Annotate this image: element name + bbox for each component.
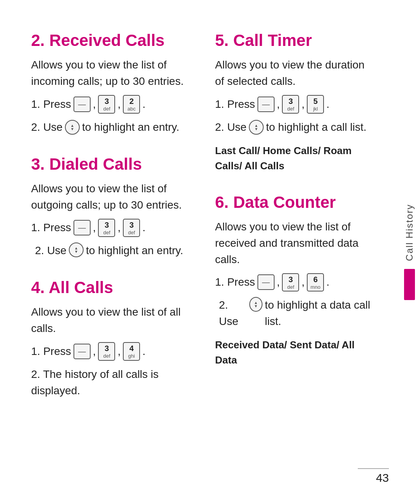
call-key-5: — <box>257 274 275 290</box>
key-3def-1: 3def <box>98 95 115 114</box>
step2-suffix: to highlight a data call list. <box>265 297 376 330</box>
key-3def-3: 3def <box>123 219 140 237</box>
sidebar-bar <box>404 269 415 300</box>
step1-prefix: 1. Press <box>31 343 71 360</box>
call-timer-step1: 1. Press — , 3def , 5jkl . <box>215 95 376 114</box>
received-calls-step1: 1. Press — , 3def , 2abc . <box>31 95 192 114</box>
all-calls-step2: 2. The history of all calls is displayed… <box>31 366 192 399</box>
step2-text: 2. The history of all calls is displayed… <box>31 366 192 399</box>
received-calls-description: Allows you to view the list of incoming … <box>31 57 192 90</box>
key-5jkl: 5jkl <box>307 95 324 114</box>
step1-prefix: 1. Press <box>31 96 71 112</box>
sidebar: Call History <box>399 0 420 504</box>
data-counter-note: Received Data/ Sent Data/ All Data <box>215 337 376 368</box>
key-6mno: 6mno <box>307 273 324 292</box>
page-number: 43 <box>376 471 389 485</box>
dialed-calls-title: 3. Dialed Calls <box>31 155 192 174</box>
nav-icon-4 <box>249 297 262 312</box>
section-received-calls: 2. Received Calls Allows you to view the… <box>31 31 192 135</box>
step2-prefix: 2. Use <box>31 119 63 135</box>
step1-prefix: 1. Press <box>215 274 255 290</box>
left-column: 2. Received Calls Allows you to view the… <box>31 31 192 473</box>
nav-icon-3 <box>249 120 264 135</box>
call-key-3: — <box>74 344 91 359</box>
key-2abc-1: 2abc <box>123 95 140 114</box>
key-3def-6: 3def <box>282 273 299 292</box>
received-calls-title: 2. Received Calls <box>31 31 192 50</box>
dialed-calls-description: Allows you to view the list of outgoing … <box>31 181 192 213</box>
section-call-timer: 5. Call Timer Allows you to view the dur… <box>215 31 376 174</box>
step2-suffix: to highlight an entry. <box>82 119 179 135</box>
call-timer-description: Allows you to view the duration of selec… <box>215 57 376 90</box>
data-counter-step2: 2. Use to highlight a data call list. <box>215 297 376 330</box>
step2-suffix: to highlight a call list. <box>266 119 366 135</box>
all-calls-step1: 1. Press — , 3def , 4ghi . <box>31 342 192 361</box>
call-key-2: — <box>74 220 91 235</box>
page-container: 2. Received Calls Allows you to view the… <box>0 0 420 504</box>
received-calls-step2: 2. Use to highlight an entry. <box>31 119 192 135</box>
data-counter-step1: 1. Press — , 3def , 6mno . <box>215 273 376 292</box>
key-4ghi: 4ghi <box>123 342 140 361</box>
all-calls-description: Allows you to view the list of all calls… <box>31 304 192 337</box>
step1-prefix: 1. Press <box>215 96 255 112</box>
call-timer-title: 5. Call Timer <box>215 31 376 50</box>
sidebar-label: Call History <box>404 204 415 261</box>
page-divider <box>358 468 389 469</box>
section-all-calls: 4. All Calls Allows you to view the list… <box>31 278 192 399</box>
content-area: 2. Received Calls Allows you to view the… <box>0 0 399 504</box>
call-key-1: — <box>74 97 91 112</box>
right-column: 5. Call Timer Allows you to view the dur… <box>215 31 376 473</box>
key-3def-4: 3def <box>98 342 115 361</box>
call-timer-note: Last Call/ Home Calls/ Roam Calls/ All C… <box>215 143 376 174</box>
nav-icon-1 <box>65 120 80 135</box>
step2-suffix: to highlight an entry. <box>86 242 183 259</box>
step2-prefix: 2. Use <box>215 119 247 135</box>
key-3def-5: 3def <box>282 95 299 114</box>
call-timer-step2: 2. Use to highlight a call list. <box>215 119 376 135</box>
step2-prefix: 2. Use <box>219 297 247 330</box>
data-counter-description: Allows you to view the list of received … <box>215 219 376 268</box>
section-dialed-calls: 3. Dialed Calls Allows you to view the l… <box>31 155 192 259</box>
key-3def-2: 3def <box>98 219 115 237</box>
data-counter-title: 6. Data Counter <box>215 193 376 212</box>
section-data-counter: 6. Data Counter Allows you to view the l… <box>215 193 376 368</box>
nav-icon-2 <box>69 242 84 257</box>
step2-prefix: 2. Use <box>35 242 66 259</box>
call-key-4: — <box>257 97 275 112</box>
dialed-calls-step1: 1. Press — , 3def , 3def . <box>31 219 192 237</box>
step1-prefix: 1. Press <box>31 220 71 236</box>
all-calls-title: 4. All Calls <box>31 278 192 297</box>
dialed-calls-step2: 2. Use to highlight an entry. <box>31 242 192 259</box>
